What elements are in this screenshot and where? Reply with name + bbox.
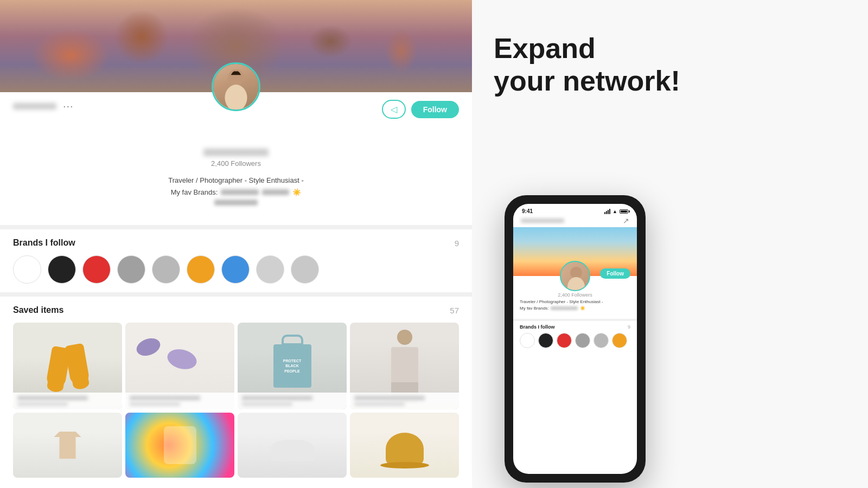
signal-bar-4 xyxy=(609,209,610,214)
outfit-body xyxy=(391,347,418,382)
saved-item-tshirt[interactable] xyxy=(13,413,122,478)
clips-name-blur xyxy=(130,396,200,400)
battery-fill xyxy=(621,210,627,213)
tshirt-illustration xyxy=(54,432,81,459)
brand-blur-2 xyxy=(262,189,289,195)
hat-illustration xyxy=(380,422,429,468)
shoe-illustration xyxy=(271,440,314,461)
brand-circle-1[interactable] xyxy=(13,255,41,284)
phone-brand-3[interactable] xyxy=(557,333,572,348)
brand-circle-8[interactable] xyxy=(256,255,284,284)
follow-button[interactable]: Follow xyxy=(411,101,459,118)
saved-item-socks[interactable] xyxy=(13,323,122,409)
phone-send-icon[interactable]: ↗ xyxy=(623,216,629,225)
brand-circle-6[interactable] xyxy=(187,255,215,284)
battery-icon xyxy=(620,209,628,214)
brands-label: My fav Brands: xyxy=(171,187,218,198)
svg-point-1 xyxy=(225,85,247,110)
brands-count: 9 xyxy=(455,239,459,248)
signal-bar-2 xyxy=(606,211,607,214)
saved-item-bag[interactable]: PROTECTBLACKPEOPLE xyxy=(238,323,347,409)
bio-brands: My fav Brands: ☀️ xyxy=(13,187,459,198)
phone-bio-blur-1 xyxy=(551,306,578,310)
outfit-head xyxy=(397,330,412,345)
saved-section-header: Saved items 57 xyxy=(13,305,459,315)
bag-price-blur xyxy=(242,402,292,406)
svg-point-3 xyxy=(567,277,585,291)
brand-circle-4[interactable] xyxy=(117,255,145,284)
brand-circle-5[interactable] xyxy=(152,255,180,284)
phone-status-bar: 9:41 ▲ xyxy=(513,204,637,214)
saved-grid-row2 xyxy=(13,413,459,478)
phone-frame: 9:41 ▲ xyxy=(505,195,646,483)
brand-circle-2[interactable] xyxy=(48,255,76,284)
bio-line1: Traveler / Photographer - Style Enthusia… xyxy=(13,175,459,186)
brand-circle-9[interactable] xyxy=(291,255,319,284)
phone-brand-4[interactable] xyxy=(575,333,590,348)
username-display xyxy=(13,103,56,110)
bag-label xyxy=(238,393,347,409)
saved-item-hat[interactable] xyxy=(350,413,459,478)
phone-time: 9:41 xyxy=(522,208,533,214)
saved-item-shoes[interactable] xyxy=(238,413,347,478)
phone-brands-label: My fav Brands: xyxy=(520,305,548,311)
tagline-line1: Expand xyxy=(494,33,680,65)
phone-brand-6[interactable] xyxy=(612,333,627,348)
location-button[interactable]: ◁ xyxy=(382,100,406,119)
avatar-svg xyxy=(213,62,259,110)
socks-label xyxy=(13,393,122,409)
clips-label xyxy=(125,393,234,409)
top-bar-left: ··· xyxy=(13,100,74,112)
clips-illustration xyxy=(125,323,234,385)
saved-item-clips[interactable] xyxy=(125,323,234,409)
profile-top-bar: ··· ◁ Follow xyxy=(0,92,472,119)
saved-item-hoodie[interactable] xyxy=(125,413,234,478)
left-panel: ··· ◁ Follow 2,400 Followers Traveler / … xyxy=(0,0,472,488)
brands-title: Brands I follow xyxy=(13,238,75,248)
brands-section-header: Brands I follow 9 xyxy=(13,238,459,248)
phone-brand-2[interactable] xyxy=(538,333,553,348)
saved-section: Saved items 57 xyxy=(0,305,472,478)
outfit-name-blur xyxy=(354,396,425,400)
phone-follow-button[interactable]: Follow xyxy=(600,268,630,279)
tagline-line2: your network! xyxy=(494,65,680,98)
location-icon: ◁ xyxy=(391,104,397,114)
avatar-image xyxy=(213,64,259,110)
top-bar-right: ◁ Follow xyxy=(382,100,459,119)
phone-profile-area: Follow 2,400 Followers Traveler / Photog… xyxy=(513,261,637,316)
brand-blur-1 xyxy=(221,189,259,195)
clip-2 xyxy=(165,346,199,372)
phone-followers-count: 2,400 Followers xyxy=(520,292,630,298)
avatar xyxy=(212,62,260,111)
phone-avatar-svg xyxy=(561,262,590,291)
phone-avatar-wrap: Follow xyxy=(520,261,630,291)
brand-circle-3[interactable] xyxy=(82,255,111,284)
hoodie-illustration xyxy=(164,426,196,464)
right-panel: Expand your network! 9:41 ▲ xyxy=(472,0,868,488)
brands-section: Brands I follow 9 xyxy=(0,238,472,284)
clips-price-blur xyxy=(130,402,180,406)
outfit-label xyxy=(350,393,459,409)
saved-grid-row1: PROTECTBLACKPEOPLE xyxy=(13,323,459,409)
phone-bio: Traveler / Photographer - Style Enthusia… xyxy=(520,299,630,311)
phone-brands-row xyxy=(520,333,630,348)
saved-item-outfit[interactable] xyxy=(350,323,459,409)
phone-brands-section: Brands I follow 9 xyxy=(513,324,637,351)
more-options-button[interactable]: ··· xyxy=(63,100,74,112)
phone-username-row: ↗ xyxy=(513,214,637,227)
status-icons: ▲ xyxy=(604,209,628,214)
battery-tip xyxy=(629,210,630,213)
phone-username-blur xyxy=(521,219,564,223)
phone-divider xyxy=(513,319,637,321)
bag-name-blur xyxy=(242,396,312,400)
phone-screen: 9:41 ▲ xyxy=(513,204,637,474)
followers-count: 2,400 Followers xyxy=(13,159,459,168)
brand-circle-7[interactable] xyxy=(221,255,250,284)
phone-brand-5[interactable] xyxy=(593,333,609,348)
socks-illustration xyxy=(43,336,92,396)
avatar-container xyxy=(212,62,260,111)
phone-sun-emoji: ☀️ xyxy=(580,305,585,311)
bag-illustration: PROTECTBLACKPEOPLE xyxy=(273,344,311,388)
phone-brand-1[interactable] xyxy=(520,333,535,348)
socks-name-blur xyxy=(17,396,88,400)
